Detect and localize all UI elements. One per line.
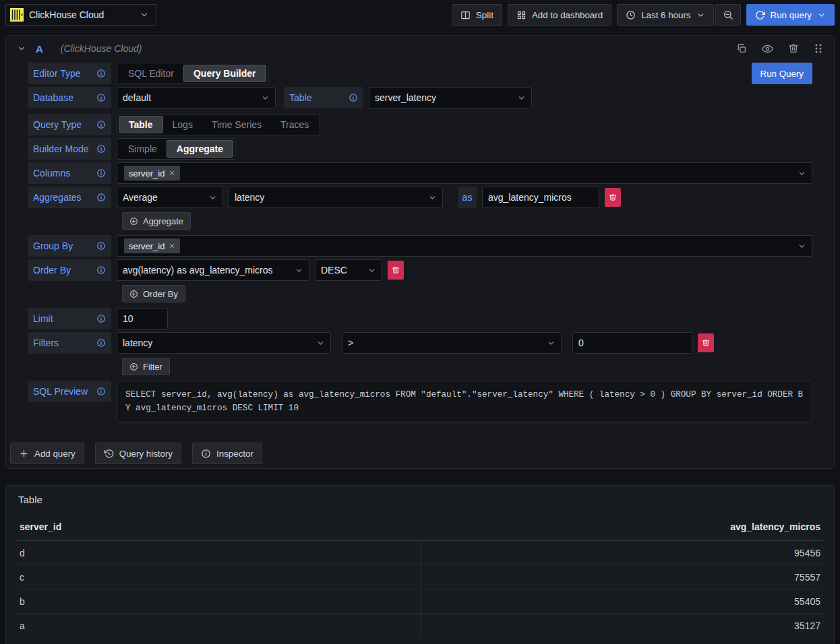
info-icon[interactable] — [96, 144, 106, 154]
order-by-field-value: avg(latency) as avg_latency_micros — [123, 265, 273, 276]
option-time-series[interactable]: Time Series — [202, 116, 271, 133]
option-traces[interactable]: Traces — [271, 116, 318, 133]
drag-handle-icon[interactable] — [814, 43, 823, 54]
remove-chip-icon[interactable] — [169, 170, 175, 176]
aggregate-column-select[interactable]: latency — [229, 187, 443, 208]
cell-avg-latency: 35127 — [420, 614, 823, 638]
info-icon[interactable] — [96, 265, 106, 275]
builder-mode-row: Builder Mode Simple Aggregate — [28, 138, 812, 160]
run-query-label: Run query — [771, 10, 812, 20]
database-value: default — [123, 92, 151, 103]
field-label-text: Aggregates — [33, 192, 82, 203]
add-aggregate-button[interactable]: Aggregate — [122, 212, 191, 230]
remove-filter-button[interactable] — [698, 333, 714, 352]
info-icon[interactable] — [96, 241, 106, 251]
collapse-chevron-icon[interactable] — [17, 44, 26, 53]
sync-icon — [755, 10, 765, 20]
info-icon[interactable] — [96, 387, 106, 396]
info-icon[interactable] — [96, 338, 106, 348]
filter-operator-value: > — [348, 337, 353, 348]
sql-preview-label: SQL Preview — [28, 381, 111, 402]
order-by-row: Order By avg(latency) as avg_latency_mic… — [28, 259, 812, 281]
aggregates-label: Aggregates — [28, 187, 111, 208]
query-editor-header: A (ClickHouse Cloud) — [6, 36, 834, 61]
table-result-panel: Table server_id avg_latency_micros d 954… — [5, 485, 835, 644]
aggregate-function-select[interactable]: Average — [117, 187, 223, 208]
aggregate-alias-input[interactable] — [482, 187, 599, 208]
duplicate-query-icon[interactable] — [736, 43, 747, 54]
chevron-down-icon[interactable] — [817, 11, 826, 20]
info-icon[interactable] — [96, 69, 106, 78]
database-select[interactable]: default — [117, 87, 276, 108]
plus-circle-icon — [129, 362, 138, 371]
inspector-label: Inspector — [216, 449, 253, 459]
order-by-field-select[interactable]: avg(latency) as avg_latency_micros — [117, 259, 309, 281]
option-logs[interactable]: Logs — [163, 116, 202, 133]
plus-circle-icon — [129, 217, 138, 226]
datasource-picker[interactable]: ClickHouse Cloud — [5, 4, 156, 26]
time-range-button[interactable]: Last 6 hours — [617, 4, 713, 26]
clock-icon — [626, 10, 636, 20]
query-ref-id[interactable]: A — [36, 43, 43, 55]
column-header-avg-latency[interactable]: avg_latency_micros — [420, 517, 823, 541]
remove-aggregate-button[interactable] — [605, 188, 621, 207]
option-sql-editor[interactable]: SQL Editor — [119, 65, 183, 82]
inspector-button[interactable]: Inspector — [192, 443, 262, 464]
remove-order-by-button[interactable] — [388, 261, 404, 280]
field-label-text: Limit — [33, 313, 53, 324]
selected-column-chip: server_id — [124, 166, 180, 181]
filter-value-input[interactable] — [572, 332, 692, 354]
delete-query-icon[interactable] — [788, 43, 799, 54]
table-row: c 75557 — [17, 565, 823, 589]
filter-operator-select[interactable]: > — [342, 332, 562, 354]
limit-input[interactable] — [117, 308, 168, 329]
field-label-text: Filters — [33, 337, 59, 348]
cell-server-id: b — [17, 589, 420, 614]
table-header-row: server_id avg_latency_micros — [17, 517, 823, 541]
table-row: a 35127 — [17, 614, 823, 638]
add-order-by-sub-row: Order By — [122, 285, 812, 302]
info-icon[interactable] — [96, 93, 106, 102]
info-icon[interactable] — [349, 93, 358, 102]
info-icon[interactable] — [96, 314, 106, 323]
info-icon[interactable] — [96, 120, 106, 129]
column-header-server-id[interactable]: server_id — [17, 517, 420, 541]
option-table[interactable]: Table — [119, 116, 163, 133]
filter-field-select[interactable]: latency — [117, 332, 331, 354]
add-query-button[interactable]: Add query — [10, 443, 84, 464]
option-simple[interactable]: Simple — [119, 140, 167, 158]
field-label-text: Database — [33, 92, 73, 103]
order-direction-select[interactable]: DESC — [315, 259, 382, 281]
field-label-text: Group By — [33, 240, 73, 251]
remove-chip-icon[interactable] — [169, 243, 175, 249]
panel-run-query-button[interactable]: Run Query — [752, 63, 812, 84]
info-icon[interactable] — [96, 193, 106, 202]
query-history-button[interactable]: Query history — [95, 443, 181, 464]
split-label: Split — [476, 10, 493, 20]
add-order-by-button[interactable]: Order By — [122, 285, 185, 302]
table-select[interactable]: server_latency — [369, 87, 532, 108]
sql-preview-text: SELECT server_id, avg(latency) as avg_la… — [117, 381, 812, 422]
chevron-down-icon — [428, 193, 437, 202]
plus-circle-icon — [129, 290, 138, 298]
eye-icon[interactable] — [762, 43, 773, 55]
run-query-button[interactable]: Run query — [746, 4, 835, 26]
columns-multiselect[interactable]: server_id — [117, 162, 812, 184]
option-query-builder[interactable]: Query Builder — [183, 65, 266, 82]
aggregate-column-value: latency — [235, 192, 264, 203]
option-aggregate[interactable]: Aggregate — [167, 140, 233, 158]
chevron-down-icon — [140, 10, 149, 20]
field-label-text: Table — [289, 92, 311, 103]
limit-row: Limit — [28, 308, 812, 329]
chevron-down-icon — [316, 339, 325, 348]
clickhouse-logo-icon — [10, 8, 24, 22]
add-to-dashboard-button[interactable]: Add to dashboard — [508, 4, 611, 26]
add-to-dashboard-label: Add to dashboard — [532, 10, 603, 20]
group-by-multiselect[interactable]: server_id — [117, 235, 812, 257]
zoom-out-time-button[interactable] — [715, 4, 741, 26]
split-button[interactable]: Split — [452, 4, 502, 26]
info-icon[interactable] — [96, 168, 106, 178]
limit-label: Limit — [28, 308, 111, 329]
add-filter-button[interactable]: Filter — [122, 358, 170, 375]
cell-avg-latency: 55405 — [420, 589, 823, 614]
